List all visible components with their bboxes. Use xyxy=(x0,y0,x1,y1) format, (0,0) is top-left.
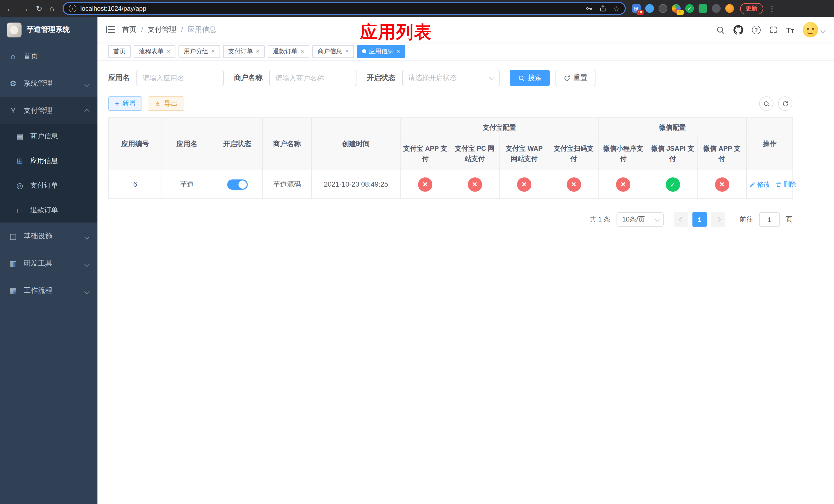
next-page-button[interactable] xyxy=(711,212,725,227)
tab-pay-order[interactable]: 支付订单× xyxy=(223,45,265,58)
close-icon[interactable]: × xyxy=(301,48,304,54)
sidebar-item-app-info[interactable]: ⊞ 应用信息 xyxy=(0,149,97,173)
breadcrumb-separator: / xyxy=(181,26,183,34)
add-button[interactable]: + 新增 xyxy=(108,96,142,111)
close-icon[interactable]: × xyxy=(211,48,215,54)
search-icon[interactable] xyxy=(716,25,724,34)
font-size-icon[interactable]: TT xyxy=(786,26,794,33)
edit-link[interactable]: 修改 xyxy=(749,180,770,189)
tab-label: 商户信息 xyxy=(317,47,342,55)
add-button-label: 新增 xyxy=(122,99,135,108)
prev-page-button[interactable] xyxy=(674,212,688,227)
screen: ← → ↻ ⌂ i localhost:1024/pay/app ☆ ⊞ 10 xyxy=(0,0,834,504)
col-header-wx-mini: 微信小程序支付 xyxy=(598,137,648,170)
fullscreen-icon[interactable] xyxy=(769,26,777,34)
close-icon[interactable]: × xyxy=(167,48,170,54)
sidebar-item-merchant-info[interactable]: ▤ 商户信息 xyxy=(0,124,97,149)
sidebar-item-home[interactable]: ⌂ 首页 xyxy=(0,43,97,70)
breadcrumb-current: 应用信息 xyxy=(188,25,216,35)
goto-page-input[interactable] xyxy=(759,212,780,227)
browser-update-button[interactable]: 更新 xyxy=(740,3,763,14)
config-status-icon xyxy=(418,177,432,191)
cell-alipay-pc xyxy=(450,170,499,199)
sidebar-item-system[interactable]: ⚙ 系统管理 xyxy=(0,70,97,97)
extension-icon-5[interactable]: ✓ xyxy=(685,4,694,13)
flow-icon: ▦ xyxy=(9,286,18,295)
tab-label: 用户分组 xyxy=(184,47,208,55)
bookmark-star-icon[interactable]: ☆ xyxy=(613,5,619,12)
extension-icon-8[interactable] xyxy=(725,4,734,13)
pagination: 共 1 条 10条/页 1 前往 页 xyxy=(108,212,792,227)
user-menu[interactable] xyxy=(803,22,825,38)
extension-badge: 10 xyxy=(636,10,643,15)
tab-refund-order[interactable]: 退款订单× xyxy=(268,45,309,58)
address-bar[interactable]: i localhost:1024/pay/app ☆ xyxy=(62,2,626,15)
password-key-icon[interactable] xyxy=(585,5,593,12)
export-button[interactable]: 导出 xyxy=(148,96,184,111)
col-header-wx-jsapi: 微信 JSAPI 支付 xyxy=(648,137,697,170)
toolbox-icon: ▥ xyxy=(9,259,18,268)
top-navbar: 首页 / 支付管理 / 应用信息 应用列表 ? TT xyxy=(97,17,834,43)
tab-label: 退款订单 xyxy=(273,47,298,55)
help-icon[interactable]: ? xyxy=(752,25,761,34)
show-search-button[interactable] xyxy=(759,96,773,111)
close-icon[interactable]: × xyxy=(396,48,400,54)
extension-icon-3[interactable] xyxy=(658,4,667,13)
url-text[interactable]: localhost:1024/pay/app xyxy=(80,5,146,12)
close-icon[interactable]: × xyxy=(345,48,349,54)
page-unit-label: 页 xyxy=(786,215,792,224)
sidebar-item-payment[interactable]: ¥ 支付管理 xyxy=(0,97,97,124)
search-button[interactable]: 搜索 xyxy=(510,70,550,86)
tab-user-group[interactable]: 用户分组× xyxy=(178,45,220,58)
col-header-alipay-app: 支付宝 APP 支付 xyxy=(400,137,450,170)
reload-icon[interactable]: ↻ xyxy=(36,5,42,12)
sidebar-item-infrastructure[interactable]: ◫ 基础设施 xyxy=(0,223,97,250)
extension-icon-2[interactable] xyxy=(645,4,654,13)
page-size-select[interactable]: 10条/页 xyxy=(616,212,664,227)
sidebar-item-pay-order[interactable]: ◎ 支付订单 xyxy=(0,173,97,198)
edit-label: 修改 xyxy=(757,180,770,189)
cell-alipay-wap xyxy=(499,170,549,199)
page-number-button[interactable]: 1 xyxy=(693,212,707,227)
refresh-table-button[interactable] xyxy=(778,96,792,111)
github-icon[interactable] xyxy=(733,25,743,35)
delete-link[interactable]: 删除 xyxy=(775,180,796,189)
sidebar-collapse-icon[interactable] xyxy=(106,26,115,33)
app-name-input[interactable] xyxy=(136,70,224,86)
breadcrumb-section[interactable]: 支付管理 xyxy=(148,25,176,35)
tab-home[interactable]: 首页 xyxy=(108,45,131,58)
total-count: 共 1 条 xyxy=(590,215,610,224)
browser-menu-icon[interactable]: ⋮ xyxy=(768,4,776,13)
extension-icon-1[interactable]: ⊞ 10 xyxy=(632,4,640,13)
merchant-name-input[interactable] xyxy=(269,70,356,86)
sidebar-item-refund-order[interactable]: □ 退款订单 xyxy=(0,198,97,223)
home-icon[interactable]: ⌂ xyxy=(49,5,54,12)
tab-app-info[interactable]: 应用信息× xyxy=(357,45,405,58)
cell-status xyxy=(212,170,262,199)
check-glyph: ✓ xyxy=(685,4,694,13)
status-select[interactable]: 请选择开启状态 xyxy=(402,70,500,86)
cell-merchant: 芋道源码 xyxy=(262,170,312,199)
reset-button[interactable]: 重置 xyxy=(555,70,595,86)
export-button-label: 导出 xyxy=(164,99,177,108)
chevron-right-icon xyxy=(716,217,721,222)
extension-icon-4[interactable]: 1 xyxy=(672,4,680,13)
cell-wx-jsapi xyxy=(648,170,697,199)
chevron-left-icon xyxy=(679,217,684,222)
tab-merchant-info[interactable]: 商户信息× xyxy=(312,45,354,58)
breadcrumb-home[interactable]: 首页 xyxy=(122,25,136,35)
share-icon[interactable] xyxy=(599,5,607,12)
cell-alipay-app xyxy=(400,170,450,199)
toggle-knob xyxy=(238,180,246,188)
sidebar-item-workflow[interactable]: ▦ 工作流程 xyxy=(0,277,97,304)
extension-icon-6[interactable] xyxy=(698,4,707,13)
site-info-icon[interactable]: i xyxy=(68,5,76,12)
col-header-id: 应用编号 xyxy=(109,118,162,170)
back-icon[interactable]: ← xyxy=(6,5,14,12)
forward-icon[interactable]: → xyxy=(21,5,29,12)
status-toggle[interactable] xyxy=(227,179,247,189)
sidebar-item-dev-tools[interactable]: ▥ 研发工具 xyxy=(0,250,97,277)
tab-flow-form[interactable]: 流程表单× xyxy=(134,45,175,58)
extensions-pin-icon[interactable] xyxy=(712,4,720,13)
close-icon[interactable]: × xyxy=(256,48,260,54)
